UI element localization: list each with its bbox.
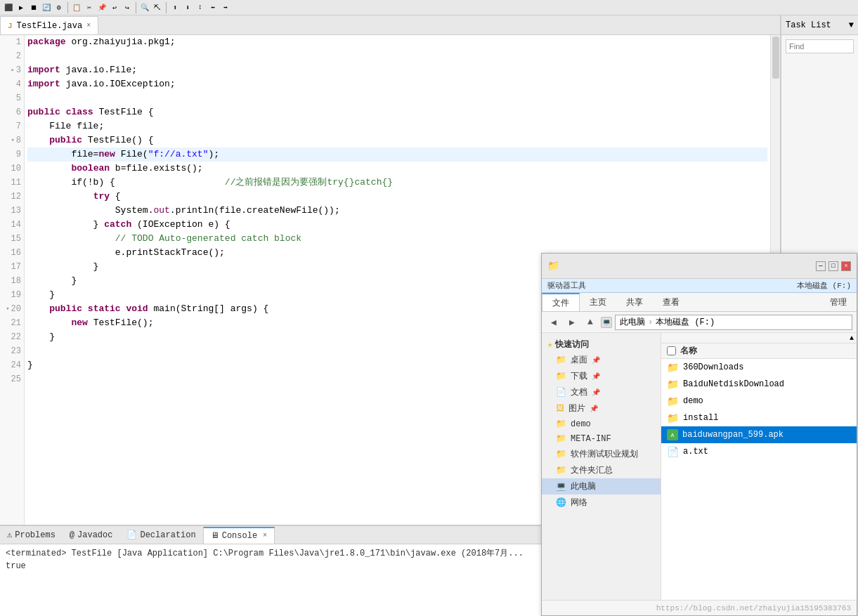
- toolbar-icon-8[interactable]: 📌: [96, 2, 108, 13]
- fe-nav-toolbar: ◀ ▶ ▲ 💻 此电脑 › 本地磁盘 (F:): [542, 312, 857, 333]
- fe-list-item-baidu-dl[interactable]: 📁 BaiduNetdiskDownload: [661, 376, 857, 393]
- fold-indicator-8[interactable]: ▾: [8, 133, 15, 148]
- toolbar-icon-9[interactable]: ↩: [109, 2, 120, 13]
- fe-tab-share[interactable]: 共享: [616, 293, 653, 311]
- fe-item-atxt-label: a.txt: [683, 447, 708, 457]
- tab-problems[interactable]: ⚠ Problems: [0, 527, 63, 544]
- code-token: }: [27, 360, 33, 370]
- line-num-label-16: 16: [11, 246, 21, 260]
- toolbar-icon-7[interactable]: ✂: [84, 2, 95, 13]
- toolbar-icon-12[interactable]: ⛏: [152, 2, 163, 13]
- toolbar-icon-2[interactable]: ▶: [15, 2, 27, 13]
- fe-maximize-btn[interactable]: □: [828, 261, 838, 271]
- fe-sidebar-docs-label: 文档: [571, 386, 587, 398]
- line-number-5: 5: [3, 91, 21, 105]
- fe-addressbar[interactable]: 此电脑 › 本地磁盘 (F:): [615, 315, 852, 330]
- fe-list-item-atxt[interactable]: 📄 a.txt: [661, 443, 857, 460]
- toolbar-icon-13[interactable]: ⬆: [169, 2, 181, 13]
- fe-sidebar-item-docs[interactable]: 📄 文档 📌: [542, 384, 661, 400]
- fe-sidebar-item-network[interactable]: 🌐 网络: [542, 494, 661, 511]
- fe-select-all-checkbox[interactable]: [667, 346, 676, 355]
- folder-icon-install: 📁: [667, 412, 679, 424]
- code-line-9: file=new File("f://a.txt");: [27, 148, 767, 162]
- line-number-13: 13: [3, 204, 21, 218]
- console-tab-close[interactable]: ×: [263, 532, 267, 539]
- toolbar-icon-3[interactable]: ⏹: [28, 2, 39, 13]
- code-token: TestFile();: [88, 317, 154, 328]
- fe-tab-manage[interactable]: 管理: [820, 293, 857, 311]
- line-num-label-2: 2: [16, 49, 21, 63]
- fe-close-btn[interactable]: ×: [841, 261, 851, 271]
- tab-javadoc[interactable]: @ Javadoc: [63, 527, 120, 544]
- fe-sidebar-item-metainf[interactable]: 📁 META-INF: [542, 431, 661, 446]
- code-token: TestFile {: [93, 107, 154, 117]
- toolbar-icon-16[interactable]: ⬅: [207, 2, 219, 13]
- fe-back-btn[interactable]: ◀: [546, 315, 561, 330]
- vscroll-thumb[interactable]: [772, 37, 779, 79]
- fold-indicator-20[interactable]: ▾: [3, 302, 10, 316]
- problems-icon: ⚠: [7, 530, 12, 540]
- task-list-find-input[interactable]: [786, 39, 854, 53]
- fe-sidebar-item-thispc[interactable]: 💻 此电脑: [542, 478, 661, 494]
- fe-tab-file[interactable]: 文件: [542, 293, 580, 311]
- task-list-title: Task List: [786, 20, 831, 30]
- fe-list-item-install[interactable]: 📁 install: [661, 409, 857, 426]
- toolbar-icon-6[interactable]: 📋: [71, 2, 82, 13]
- fe-forward-btn[interactable]: ▶: [564, 315, 580, 330]
- line-num-label-20: 20: [11, 302, 21, 316]
- folder-icon-demo: 📁: [556, 419, 566, 429]
- toolbar-icon-10[interactable]: ↪: [122, 2, 133, 13]
- fold-indicator-3[interactable]: ▸: [8, 63, 15, 77]
- tab-console[interactable]: 🖥 Console ×: [203, 527, 275, 544]
- code-token: try: [93, 191, 110, 202]
- fe-list-scroll-top: ▲: [661, 333, 857, 343]
- line-num-label-14: 14: [11, 218, 21, 232]
- fe-up-btn[interactable]: ▲: [583, 315, 598, 330]
- toolbar-icon-5[interactable]: ⚙: [53, 2, 65, 13]
- code-token: import: [27, 79, 60, 89]
- fe-sidebar-item-pics[interactable]: 🖼 图片 📌: [542, 400, 661, 417]
- fe-minimize-btn[interactable]: ─: [816, 261, 826, 271]
- fe-scroll-up-btn[interactable]: ▲: [847, 333, 857, 343]
- toolbar-icon-1[interactable]: ⬛: [3, 2, 14, 13]
- code-line-12: try {: [27, 190, 767, 204]
- task-list-menu-icon[interactable]: ▼: [849, 20, 854, 30]
- fe-statusbar: https://blog.csdn.net/zhaiyujia151953837…: [542, 600, 857, 615]
- fe-sidebar-item-desktop[interactable]: 📁 桌面 📌: [542, 352, 661, 368]
- fe-sidebar-item-demo[interactable]: 📁 demo: [542, 417, 661, 431]
- code-token: [27, 303, 49, 314]
- network-icon: 🌐: [556, 497, 566, 508]
- fe-sidebar-quick-access[interactable]: ★ 快速访问: [542, 336, 661, 352]
- code-token: static: [88, 303, 121, 314]
- code-token: import: [27, 65, 60, 75]
- line-num-label-13: 13: [11, 204, 21, 218]
- editor-tab-testfile[interactable]: J TestFile.java ×: [0, 16, 98, 34]
- code-token: }: [27, 289, 55, 300]
- line-num-label-17: 17: [11, 260, 21, 274]
- line-num-label-24: 24: [11, 358, 21, 372]
- toolbar-icon-11[interactable]: 🔍: [139, 2, 150, 13]
- fe-item-install-label: install: [683, 413, 718, 423]
- toolbar-icon-14[interactable]: ⬇: [182, 2, 193, 13]
- star-icon: ★: [547, 339, 552, 350]
- fe-sidebar-item-foldersum[interactable]: 📁 文件夹汇总: [542, 462, 661, 478]
- tab-label: TestFile.java: [17, 21, 83, 31]
- fe-sidebar-item-swtest[interactable]: 📁 软件测试职业规划: [542, 446, 661, 462]
- toolbar-icon-4[interactable]: 🔄: [41, 2, 52, 13]
- fe-tab-view[interactable]: 查看: [653, 293, 689, 311]
- fe-list-item-360[interactable]: 📁 360Downloads: [661, 359, 857, 376]
- line-num-label-9: 9: [16, 148, 21, 162]
- tab-declaration[interactable]: 📄 Declaration: [119, 527, 202, 544]
- fe-tab-home[interactable]: 主页: [580, 293, 616, 311]
- code-token: if(!b) {: [27, 177, 225, 188]
- line-number-12: 12: [3, 190, 21, 204]
- tab-javadoc-label: Javadoc: [77, 530, 112, 540]
- toolbar-icon-15[interactable]: ↕: [195, 2, 206, 13]
- fe-sidebar-item-downloads[interactable]: 📁 下载 📌: [542, 368, 661, 384]
- fe-ribbon: 文件 主页 共享 查看 管理: [542, 293, 857, 312]
- tab-close-button[interactable]: ×: [86, 22, 91, 30]
- fe-list-item-apk[interactable]: A baiduwangpan_599.apk: [661, 426, 857, 443]
- folder-icon-pics: 🖼: [556, 403, 564, 414]
- toolbar-icon-17[interactable]: ➡: [220, 2, 231, 13]
- fe-list-item-demo[interactable]: 📁 demo: [661, 393, 857, 409]
